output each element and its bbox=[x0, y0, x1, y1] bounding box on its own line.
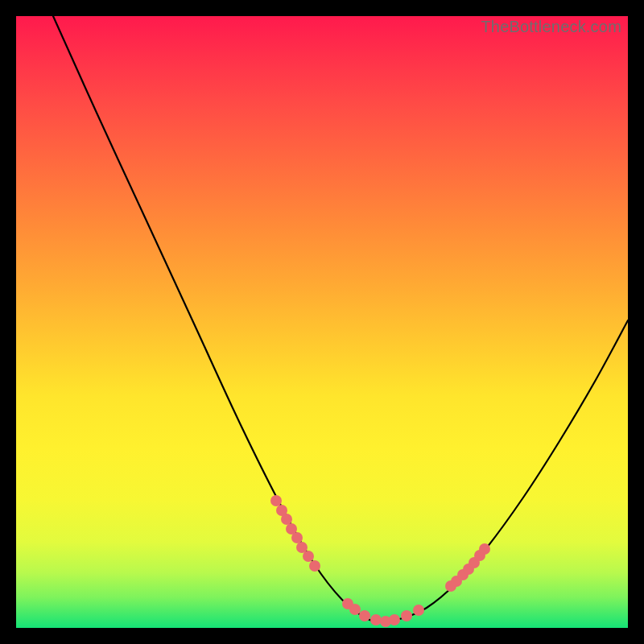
data-marker bbox=[370, 614, 382, 625]
data-marker bbox=[270, 495, 282, 506]
data-marker bbox=[309, 560, 320, 572]
plot-area: TheBottleneck.com bbox=[16, 16, 628, 628]
data-marker bbox=[349, 604, 361, 615]
data-marker bbox=[291, 532, 303, 543]
data-markers bbox=[270, 495, 490, 627]
chart-svg bbox=[16, 16, 628, 628]
chart-frame: TheBottleneck.com bbox=[0, 0, 644, 644]
data-marker bbox=[359, 610, 370, 621]
bottleneck-curve bbox=[53, 16, 628, 621]
data-marker bbox=[281, 514, 292, 525]
data-marker bbox=[401, 610, 412, 621]
data-marker bbox=[303, 551, 314, 562]
data-marker bbox=[479, 543, 490, 555]
data-marker bbox=[389, 614, 400, 625]
data-marker bbox=[413, 605, 424, 616]
